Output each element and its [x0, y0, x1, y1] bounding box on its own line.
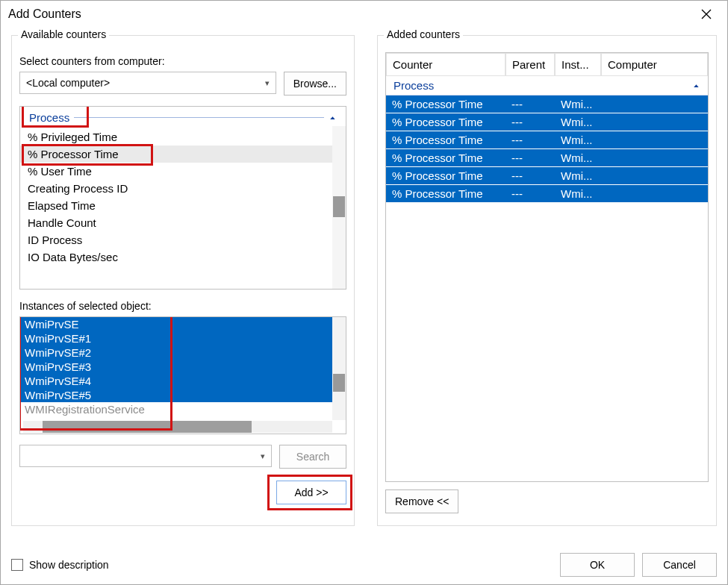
instance-item[interactable]: WmiPrvSE#3	[20, 360, 346, 374]
computer-combo[interactable]: <Local computer> ▾	[19, 72, 276, 94]
instances-label: Instances of selected object:	[19, 300, 346, 312]
cell-computer	[601, 185, 708, 202]
show-description-checkbox[interactable]	[11, 559, 23, 571]
cell-inst: Wmi...	[555, 149, 601, 166]
instance-item[interactable]: WmiPrvSE#1	[20, 331, 346, 345]
counter-item[interactable]: ID Process	[20, 231, 346, 248]
search-input[interactable]: ▾	[19, 445, 272, 467]
added-row[interactable]: % Processor Time---Wmi...	[386, 167, 708, 185]
added-counters-table: Counter Parent Inst... Computer Process …	[385, 52, 709, 482]
add-button[interactable]: Add >>	[276, 481, 346, 504]
cell-inst: Wmi...	[555, 185, 601, 202]
instance-item[interactable]: WmiPrvSE#5	[20, 388, 346, 402]
dialog-window: Add Counters Available counters Select c…	[0, 0, 728, 585]
caret-up-icon: ▲	[329, 115, 337, 120]
cancel-button[interactable]: Cancel	[642, 553, 717, 577]
cell-parent: ---	[505, 149, 555, 166]
browse-button[interactable]: Browse...	[284, 72, 346, 96]
counter-item[interactable]: Elapsed Time	[20, 197, 346, 214]
added-row[interactable]: % Processor Time---Wmi...	[386, 131, 708, 149]
cell-counter: % Processor Time	[386, 113, 505, 131]
cell-parent: ---	[505, 113, 555, 131]
added-row[interactable]: % Processor Time---Wmi...	[386, 113, 708, 131]
cell-inst: Wmi...	[555, 113, 601, 131]
added-row[interactable]: % Processor Time---Wmi...	[386, 96, 708, 113]
chevron-down-icon: ▾	[261, 451, 265, 461]
cell-inst: Wmi...	[555, 131, 601, 148]
added-columns-header: Counter Parent Inst... Computer	[386, 53, 708, 76]
added-group-header[interactable]: Process ▲	[386, 76, 708, 96]
cell-computer	[601, 131, 708, 148]
cell-inst: Wmi...	[555, 167, 601, 184]
titlebar: Add Counters	[1, 1, 727, 28]
counter-group-name: Process	[29, 111, 69, 124]
cell-computer	[601, 167, 708, 184]
col-counter[interactable]: Counter	[386, 53, 505, 76]
instance-item[interactable]: WMIRegistrationService	[20, 402, 346, 416]
computer-value: <Local computer>	[26, 77, 110, 89]
select-computer-label: Select counters from computer:	[19, 55, 346, 67]
caret-up-icon: ▲	[692, 83, 700, 88]
counter-item[interactable]: Handle Count	[20, 214, 346, 231]
instance-item[interactable]: WmiPrvSE#4	[20, 374, 346, 388]
cell-computer	[601, 149, 708, 166]
counter-item[interactable]: IO Data Bytes/sec	[20, 248, 346, 266]
added-counters-group: Added counters Counter Parent Inst... Co…	[377, 35, 717, 526]
instances-vscroll[interactable]	[332, 317, 346, 420]
cell-counter: % Processor Time	[386, 185, 505, 202]
cell-counter: % Processor Time	[386, 167, 505, 184]
added-row[interactable]: % Processor Time---Wmi...	[386, 149, 708, 167]
search-button[interactable]: Search	[279, 445, 346, 469]
available-counters-group: Available counters Select counters from …	[11, 35, 355, 526]
counter-item[interactable]: Creating Process ID	[20, 180, 346, 197]
cell-counter: % Processor Time	[386, 96, 505, 113]
instances-hscroll[interactable]	[23, 421, 332, 433]
cell-inst: Wmi...	[555, 96, 601, 113]
cell-parent: ---	[505, 96, 555, 113]
close-button[interactable]	[693, 2, 720, 26]
cell-computer	[601, 96, 708, 113]
close-icon	[701, 9, 712, 19]
available-counters-legend: Available counters	[18, 28, 109, 40]
added-row[interactable]: % Processor Time---Wmi...	[386, 185, 708, 203]
added-counters-legend: Added counters	[384, 28, 463, 40]
window-title: Add Counters	[8, 7, 693, 21]
cell-counter: % Processor Time	[386, 149, 505, 166]
counters-scrollbar[interactable]	[332, 126, 346, 289]
col-computer[interactable]: Computer	[601, 53, 708, 76]
cell-parent: ---	[505, 185, 555, 202]
chevron-down-icon: ▾	[265, 78, 270, 88]
col-parent[interactable]: Parent	[505, 53, 555, 76]
counters-list[interactable]: Process ▲ % Privileged Time% Processor T…	[19, 106, 346, 290]
cell-counter: % Processor Time	[386, 131, 505, 148]
show-description-label: Show description	[29, 559, 109, 571]
instance-item[interactable]: WmiPrvSE	[20, 317, 346, 331]
cell-parent: ---	[505, 131, 555, 148]
instances-list[interactable]: WmiPrvSEWmiPrvSE#1WmiPrvSE#2WmiPrvSE#3Wm…	[19, 316, 346, 434]
counter-group-header[interactable]: Process ▲	[23, 108, 343, 127]
added-group-name: Process	[393, 79, 434, 92]
counter-item[interactable]: % User Time	[20, 163, 346, 180]
remove-button[interactable]: Remove <<	[385, 489, 458, 513]
counter-item[interactable]: % Privileged Time	[20, 128, 346, 146]
cell-computer	[601, 113, 708, 131]
col-inst[interactable]: Inst...	[555, 53, 601, 76]
ok-button[interactable]: OK	[560, 553, 635, 577]
instance-item[interactable]: WmiPrvSE#2	[20, 345, 346, 360]
counter-item[interactable]: % Processor Time	[20, 146, 346, 163]
cell-parent: ---	[505, 167, 555, 184]
